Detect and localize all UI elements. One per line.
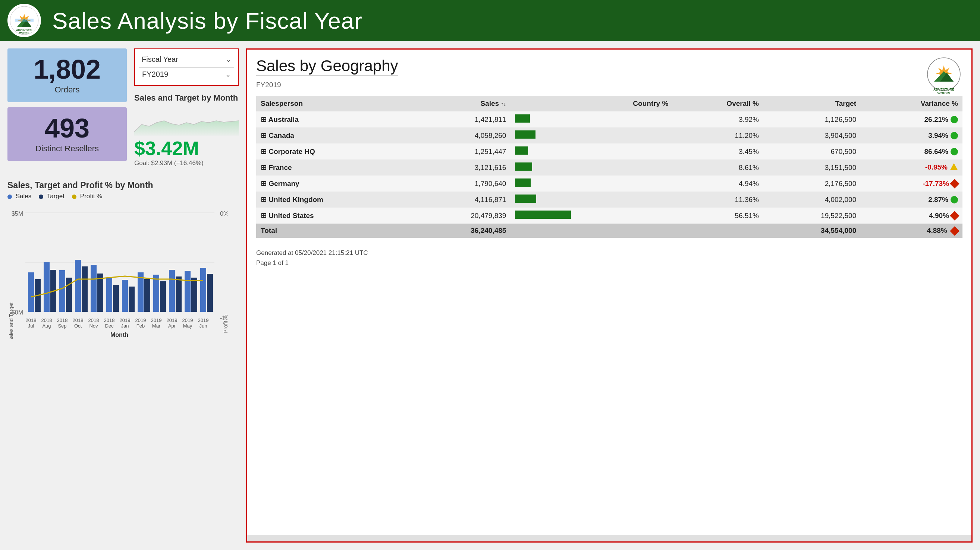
total-bar [511,223,575,238]
table-row: ⊞ United Kingdom4,116,87111.36%4,002,000… [256,192,963,208]
bar-sales-2 [44,262,49,312]
cell-variance-pct: -17.73% [861,176,963,192]
status-red-diamond-icon [950,179,959,189]
geo-subtitle: FY2019 [256,81,398,89]
svg-text:2019: 2019 [135,317,146,323]
logo-container: ADVENTURE WORKS [8,4,41,37]
horizontal-scrollbar[interactable] [247,535,971,541]
svg-text:Month: Month [110,332,128,338]
cell-overall-pct: 8.61% [673,160,763,176]
cell-country-pct [575,160,673,176]
filter-sparkline-area: Fiscal Year ⌄ FY2019 ⌄ Sales and Target … [134,48,239,171]
svg-text:ADVENTURE: ADVENTURE [16,29,32,31]
svg-text:2018: 2018 [73,317,84,323]
cell-salesperson: ⊞ Corporate HQ [256,143,413,160]
cell-sales: 3,121,616 [413,160,511,176]
chart-title: Sales, Target and Profit % by Month [8,180,239,190]
bar-target-6 [113,285,119,312]
col-bar [511,96,575,111]
svg-text:Oct: Oct [74,323,82,329]
bar-sales-10 [169,270,175,312]
svg-text:Jan: Jan [121,323,129,329]
fiscal-year-dropdown[interactable]: Fiscal Year ⌄ FY2019 ⌄ [134,48,239,86]
cell-target: 19,522,500 [763,208,861,223]
total-variance: 4.88% [861,223,963,238]
cell-country-pct [575,143,673,160]
chart-section: Sales, Target and Profit % by Month Sale… [8,180,239,340]
bar-target-12 [207,274,213,312]
cell-sales: 4,058,260 [413,127,511,143]
cell-bar [511,127,575,143]
cell-overall-pct: 3.92% [673,111,763,127]
main-chart: $5M $0M 0% -10% [8,204,228,339]
sparkline-goal: Goal: $2.93M (+16.46%) [134,160,239,167]
status-green-icon [951,196,958,203]
svg-text:Sales and Target: Sales and Target [8,302,14,339]
geo-divider [256,75,398,76]
svg-text:Profit %: Profit % [223,314,228,333]
chevron-down-icon-2: ⌄ [225,70,231,79]
status-green-icon [951,116,958,123]
fiscal-year-label-row[interactable]: Fiscal Year ⌄ [139,53,234,66]
cell-bar [511,192,575,208]
main-content: 1,802 Orders 493 Distinct Resellers Fisc… [0,41,980,550]
svg-text:2019: 2019 [167,317,178,323]
col-target: Target [763,96,861,111]
bar-target-9 [160,281,166,312]
table-row: ⊞ Germany1,790,6404.94%2,176,500-17.73% [256,176,963,192]
chart-legend: Sales Target Profit % [8,193,239,200]
col-overall-pct: Overall % [673,96,763,111]
cell-overall-pct: 4.94% [673,176,763,192]
cell-variance-pct: 2.87% [861,192,963,208]
orders-kpi-card: 1,802 Orders [8,48,127,102]
bar-target-11 [191,277,197,312]
table-header-row: Salesperson Sales ↑↓ Country % Overall % [256,96,963,111]
legend-target: Target [39,193,65,200]
cell-country-pct [575,111,673,127]
col-sales[interactable]: Sales ↑↓ [413,96,511,111]
svg-text:2019: 2019 [182,317,193,323]
svg-text:Feb: Feb [137,323,145,329]
col-country-pct: Country % [575,96,673,111]
resellers-label: Distinct Resellers [19,144,116,154]
cell-overall-pct: 11.20% [673,127,763,143]
cell-bar [511,111,575,127]
svg-text:Jun: Jun [199,323,207,329]
geo-title: Sales by Geography [256,57,398,75]
svg-text:Jul: Jul [28,323,34,329]
col-salesperson: Salesperson [256,96,413,111]
cell-target: 670,500 [763,143,861,160]
profit-dot [72,195,76,199]
svg-text:ADVENTURE: ADVENTURE [933,87,954,91]
svg-text:2018: 2018 [104,317,115,323]
svg-text:2018: 2018 [88,317,99,323]
orders-label: Orders [19,85,116,95]
cell-country-pct [575,192,673,208]
svg-marker-64 [950,163,958,170]
cell-target: 3,151,500 [763,160,861,176]
sparkline-chart [134,106,239,136]
sales-dot [8,195,12,199]
geo-header: Sales by Geography FY2019 [256,57,963,94]
total-target: 34,554,000 [763,223,861,238]
svg-text:Apr: Apr [168,323,176,329]
cell-variance-pct: 86.64% [861,143,963,160]
legend-profit: Profit % [72,193,102,200]
svg-text:WORKS: WORKS [19,32,29,34]
svg-text:2018: 2018 [26,317,37,323]
footer-line1: Generated at 05/20/2021 21:15:21 UTC [256,248,963,258]
cell-country-pct [575,176,673,192]
svg-text:0%: 0% [220,211,228,217]
cell-overall-pct: 56.51% [673,208,763,223]
bar-sales-6 [106,277,112,312]
svg-text:$5M: $5M [11,211,23,217]
cell-sales: 4,116,871 [413,192,511,208]
legend-sales: Sales [8,193,31,200]
bar-sales-1 [28,273,34,312]
fiscal-year-selected[interactable]: FY2019 ⌄ [139,67,234,81]
svg-text:2019: 2019 [198,317,209,323]
sparkline-area: Sales and Target by Month $3.42M [134,89,239,171]
bar-target-10 [176,276,181,312]
svg-text:WORKS: WORKS [937,91,951,94]
cell-variance-pct: 4.90% [861,208,963,223]
